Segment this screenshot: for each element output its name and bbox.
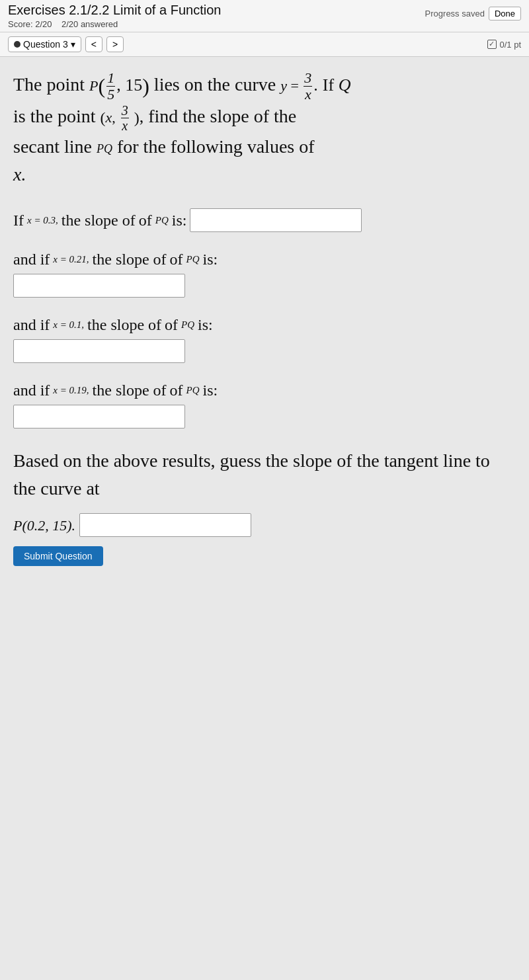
q3-PQ: PQ <box>181 319 194 331</box>
is-point-text: is the point <box>13 106 100 126</box>
y-eq-label: y <box>280 77 287 94</box>
q3-slope-text: the slope of <box>87 316 161 334</box>
q1-x-val: x = 0.3, <box>27 215 58 226</box>
q4-line: and if x = 0.19, the slope of of PQ is: <box>13 382 516 399</box>
find-text: find the slope of the <box>148 106 296 126</box>
top-bar-left: Exercises 2.1/2.2 Limit of a Function Sc… <box>8 3 221 29</box>
points-checkbox-icon <box>487 40 497 49</box>
q3-line: and if x = 0.1, the slope of of PQ is: <box>13 316 516 334</box>
top-bar-right: Progress saved Done <box>425 3 521 20</box>
intro-text: The point <box>13 74 85 95</box>
top-bar: Exercises 2.1/2.2 Limit of a Function Sc… <box>0 0 529 32</box>
next-question-button[interactable]: > <box>106 36 124 52</box>
for-text: for the following values of <box>117 136 315 157</box>
q1-line: If x = 0.3, the slope of of PQ is: <box>13 208 516 232</box>
P-fraction: 15 <box>106 70 115 102</box>
PQ-label-main: PQ <box>97 142 112 155</box>
P-conclusion-label: P(0.2, 15). <box>13 514 75 537</box>
q4-and-if: and if <box>13 382 50 399</box>
q2-is: is: <box>203 251 218 268</box>
q4-answer-input[interactable] <box>13 405 185 429</box>
lies-text: lies on the curve <box>154 74 280 95</box>
score-display: Score: 2/20 2/20 answered <box>8 19 221 29</box>
q4-is: is: <box>203 382 218 399</box>
score-label: Score: <box>8 19 33 29</box>
if-Q-text: If Q <box>323 75 351 95</box>
q1-answer-input[interactable] <box>190 208 362 232</box>
conclusion-answer-input[interactable] <box>79 513 251 537</box>
question-1: If x = 0.3, the slope of of PQ is: <box>13 208 516 232</box>
q4-PQ: PQ <box>186 385 200 396</box>
Q-fraction: 3x <box>121 103 129 133</box>
q2-of-text: of <box>170 251 183 268</box>
q2-PQ: PQ <box>186 254 200 265</box>
answered-count: 2/20 answered <box>61 19 118 29</box>
done-button[interactable]: Done <box>489 7 521 20</box>
question-selector[interactable]: Question 3 ▾ <box>8 36 81 52</box>
question-4: and if x = 0.19, the slope of of PQ is: <box>13 382 516 429</box>
question-3: and if x = 0.1, the slope of of PQ is: <box>13 316 516 363</box>
q3-answer-input[interactable] <box>13 339 185 363</box>
curve-fraction: 3x <box>304 70 312 102</box>
q2-and-if: and if <box>13 251 50 268</box>
question-2: and if x = 0.21, the slope of of PQ is: <box>13 251 516 298</box>
q3-is: is: <box>198 316 213 334</box>
q2-answer-input[interactable] <box>13 274 185 298</box>
nav-right: 0/1 pt <box>487 40 521 50</box>
q2-slope-text: the slope of <box>93 251 167 268</box>
q1-slope-text: the slope of <box>61 212 136 229</box>
points-display: 0/1 pt <box>499 40 521 50</box>
conclusion-section: Based on the above results, guess the sl… <box>13 447 516 566</box>
score-value: 2/20 <box>35 19 52 29</box>
conclusion-line: P(0.2, 15). <box>13 513 516 537</box>
q4-of-text: of <box>170 382 183 399</box>
secant-text: secant line <box>13 136 97 157</box>
q2-x-val: x = 0.21, <box>53 254 89 265</box>
based-label: Based on the above results, guess the sl… <box>13 450 490 499</box>
q3-of-text: of <box>165 316 178 334</box>
q4-slope-text: the slope of <box>93 382 167 399</box>
nav-bar: Question 3 ▾ < > 0/1 pt <box>0 32 529 57</box>
q1-PQ: PQ <box>155 215 169 226</box>
prev-question-button[interactable]: < <box>85 36 102 52</box>
dropdown-icon: ▾ <box>71 39 75 50</box>
submit-question-button[interactable]: Submit Question <box>13 546 103 566</box>
page-title: Exercises 2.1/2.2 Limit of a Function <box>8 3 221 18</box>
question-dot-indicator <box>14 41 20 48</box>
question-label: Question 3 <box>23 39 68 50</box>
progress-saved-text: Progress saved <box>425 9 485 19</box>
nav-left: Question 3 ▾ < > <box>8 36 124 52</box>
q3-x-val: x = 0.1, <box>53 319 84 331</box>
q1-if: If <box>13 212 24 229</box>
q3-and-if: and if <box>13 316 50 334</box>
problem-statement: The point P(15, 15) lies on the curve y … <box>13 70 516 188</box>
q2-line: and if x = 0.21, the slope of of PQ is: <box>13 251 516 268</box>
P-label: P <box>89 77 98 94</box>
q1-is: is: <box>172 212 187 229</box>
based-text: Based on the above results, guess the sl… <box>13 447 516 503</box>
q4-x-val: x = 0.19, <box>53 385 89 396</box>
q1-of-text: of <box>139 212 152 229</box>
x-dot-text: x. <box>13 164 26 184</box>
content-area: The point P(15, 15) lies on the curve y … <box>0 57 529 604</box>
